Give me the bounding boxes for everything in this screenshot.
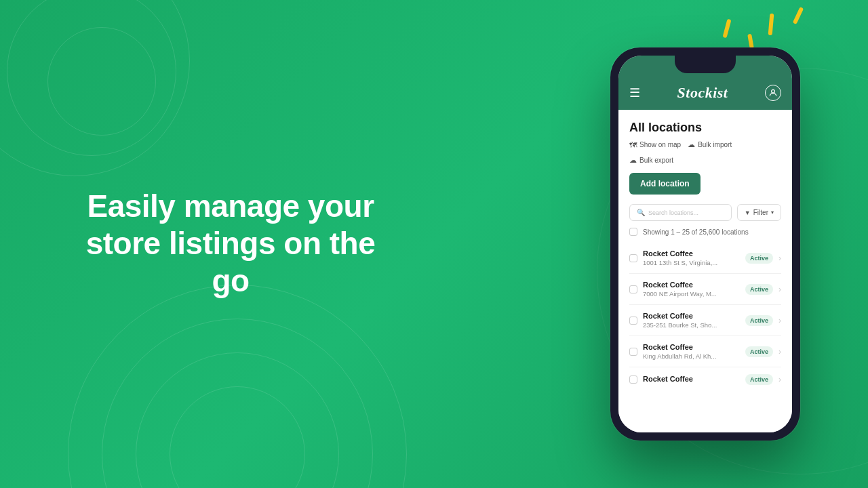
- map-icon: 🗺: [629, 141, 637, 149]
- status-badge-2: Active: [745, 315, 773, 326]
- chevron-icon-0: ›: [778, 253, 781, 263]
- page-title: All locations: [629, 121, 781, 135]
- dash-deco-2: [747, 34, 754, 49]
- dash-deco-5: [793, 7, 804, 24]
- location-addr-3: King Abdullah Rd, Al Kh...: [643, 352, 740, 360]
- add-location-button[interactable]: Add location: [629, 173, 701, 195]
- showing-text-row: Showing 1 – 25 of 25,600 locations: [629, 228, 781, 236]
- chevron-icon-3: ›: [778, 347, 781, 357]
- app-content: All locations 🗺 Show on map ☁ Bulk impor…: [618, 110, 792, 432]
- list-item[interactable]: Rocket Coffee 1001 13th St S, Virginia,.…: [629, 243, 781, 274]
- chevron-icon-1: ›: [778, 285, 781, 294]
- row-checkbox-0[interactable]: [629, 254, 637, 262]
- chevron-icon-2: ›: [778, 316, 781, 325]
- row-checkbox-2[interactable]: [629, 317, 637, 325]
- filter-icon: ▼: [745, 209, 751, 216]
- select-all-checkbox[interactable]: [629, 228, 637, 236]
- location-info-3: Rocket Coffee King Abdullah Rd, Al Kh...: [643, 343, 740, 360]
- location-info-4: Rocket Coffee: [643, 375, 740, 384]
- bulk-export-link[interactable]: ☁ Bulk export: [629, 156, 673, 165]
- search-icon: 🔍: [637, 209, 645, 216]
- status-badge-4: Active: [745, 374, 773, 385]
- phone-mockup: ☰ Stockist All locations 🗺: [610, 47, 800, 441]
- svg-point-0: [772, 89, 775, 93]
- chevron-icon-4: ›: [778, 375, 781, 384]
- search-placeholder: Search locations...: [648, 209, 698, 216]
- filter-chevron: ▾: [771, 209, 774, 216]
- export-icon: ☁: [629, 156, 637, 165]
- user-icon[interactable]: [765, 85, 781, 101]
- row-checkbox-4[interactable]: [629, 375, 637, 384]
- filter-button[interactable]: ▼ Filter ▾: [737, 204, 781, 221]
- bulk-export-label: Bulk export: [639, 157, 673, 164]
- left-section: Easily manage your store listings on the…: [81, 188, 380, 300]
- filter-label: Filter: [753, 209, 768, 216]
- phone-screen: ☰ Stockist All locations 🗺: [618, 56, 792, 432]
- dash-deco-1: [722, 19, 731, 39]
- location-name-3: Rocket Coffee: [643, 343, 740, 351]
- list-item[interactable]: Rocket Coffee 7000 NE Airport Way, M... …: [629, 274, 781, 305]
- list-item[interactable]: Rocket Coffee Active ›: [629, 367, 781, 392]
- background: Easily manage your store listings on the…: [0, 0, 868, 488]
- location-name-0: Rocket Coffee: [643, 249, 740, 258]
- bulk-import-label: Bulk import: [698, 141, 732, 148]
- location-info-2: Rocket Coffee 235-251 Bourke St, Sho...: [643, 312, 740, 329]
- phone-notch: [675, 56, 736, 73]
- location-name-4: Rocket Coffee: [643, 375, 740, 383]
- headline: Easily manage your store listings on the…: [81, 188, 380, 300]
- showing-count: Showing 1 – 25 of 25,600 locations: [643, 228, 749, 236]
- phone-device: ☰ Stockist All locations 🗺: [610, 47, 800, 441]
- list-item[interactable]: Rocket Coffee King Abdullah Rd, Al Kh...…: [629, 336, 781, 367]
- hamburger-icon[interactable]: ☰: [629, 87, 640, 99]
- status-badge-1: Active: [745, 284, 773, 295]
- location-info-1: Rocket Coffee 7000 NE Airport Way, M...: [643, 281, 740, 298]
- bulk-import-link[interactable]: ☁ Bulk import: [688, 140, 732, 149]
- show-on-map-link[interactable]: 🗺 Show on map: [629, 140, 681, 149]
- import-icon: ☁: [688, 140, 695, 149]
- action-links: 🗺 Show on map ☁ Bulk import ☁ Bulk expor…: [629, 140, 781, 165]
- location-list: Rocket Coffee 1001 13th St S, Virginia,.…: [629, 243, 781, 392]
- location-name-1: Rocket Coffee: [643, 281, 740, 289]
- row-checkbox-1[interactable]: [629, 285, 637, 293]
- search-box[interactable]: 🔍 Search locations...: [629, 204, 732, 221]
- location-addr-2: 235-251 Bourke St, Sho...: [643, 321, 740, 329]
- location-info-0: Rocket Coffee 1001 13th St S, Virginia,.…: [643, 249, 740, 266]
- location-addr-1: 7000 NE Airport Way, M...: [643, 290, 740, 298]
- list-item[interactable]: Rocket Coffee 235-251 Bourke St, Sho... …: [629, 305, 781, 336]
- status-badge-0: Active: [745, 253, 773, 264]
- dash-deco-3: [768, 14, 774, 35]
- app-logo: Stockist: [677, 84, 728, 102]
- location-addr-0: 1001 13th St S, Virginia,...: [643, 259, 740, 266]
- search-filter-row: 🔍 Search locations... ▼ Filter ▾: [629, 204, 781, 221]
- show-on-map-label: Show on map: [639, 141, 681, 148]
- row-checkbox-3[interactable]: [629, 348, 637, 356]
- status-badge-3: Active: [745, 346, 773, 357]
- location-name-2: Rocket Coffee: [643, 312, 740, 320]
